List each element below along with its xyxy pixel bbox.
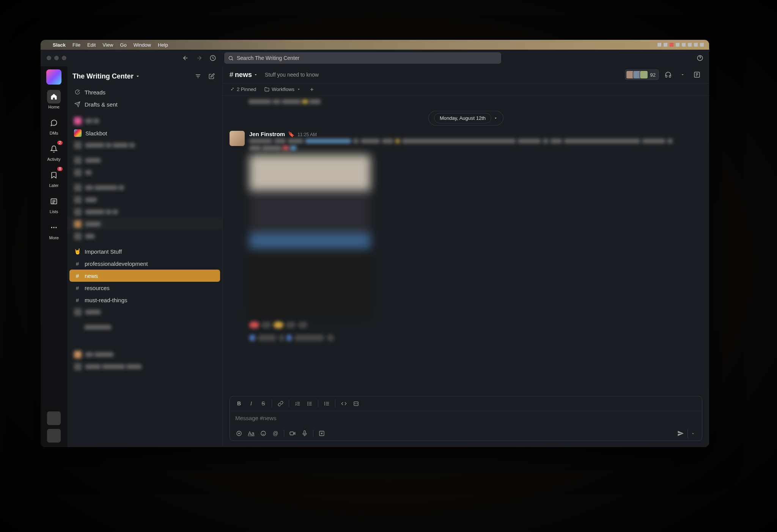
message-author[interactable]: Jen Finstrom bbox=[249, 131, 285, 137]
search-input[interactable]: Search The Writing Center bbox=[224, 52, 501, 64]
activity-badge: 2 bbox=[57, 141, 63, 145]
add-shortcut-button[interactable] bbox=[309, 87, 315, 92]
format-link[interactable] bbox=[275, 399, 286, 408]
composer-emoji[interactable] bbox=[258, 428, 269, 438]
plus-icon bbox=[309, 87, 315, 92]
topbar: Search The Writing Center bbox=[41, 50, 709, 66]
composer-input[interactable]: Message #news bbox=[230, 411, 702, 426]
composer-video[interactable] bbox=[287, 428, 298, 438]
format-codeblock[interactable] bbox=[351, 399, 361, 408]
help-button[interactable] bbox=[695, 53, 705, 63]
message-time[interactable]: 11:25 AM bbox=[297, 132, 317, 137]
rail-user-2[interactable] bbox=[47, 429, 61, 443]
format-italic[interactable]: I bbox=[246, 399, 256, 408]
workspace-name-button[interactable]: The Writing Center bbox=[72, 72, 140, 80]
sidebar-blurred-item[interactable] bbox=[67, 194, 222, 206]
format-bold[interactable]: B bbox=[234, 399, 244, 408]
date-divider[interactable]: Monday, August 12th bbox=[230, 111, 702, 126]
sidebar-slackbot[interactable]: Slackbot bbox=[67, 127, 222, 139]
channel-name: news bbox=[235, 71, 252, 79]
send-options[interactable] bbox=[687, 428, 698, 438]
canvas-button[interactable] bbox=[692, 69, 702, 80]
sidebar-blurred-item[interactable] bbox=[67, 230, 222, 242]
format-ol[interactable] bbox=[292, 399, 303, 408]
rail-dms[interactable]: DMs bbox=[41, 115, 67, 137]
menu-edit[interactable]: Edit bbox=[87, 42, 96, 48]
composer-format-toggle[interactable]: Aa bbox=[246, 428, 256, 438]
svg-point-5 bbox=[53, 227, 54, 228]
sidebar-blurred-item[interactable] bbox=[67, 206, 222, 218]
sidebar-channel-resources[interactable]: #resources bbox=[67, 282, 222, 294]
sidebar-drafts[interactable]: Drafts & sent bbox=[67, 98, 222, 110]
workflows-button[interactable]: Workflows bbox=[264, 86, 301, 92]
sidebar-blurred-item[interactable] bbox=[67, 182, 222, 194]
message-reactions[interactable] bbox=[249, 322, 702, 328]
huddle-dropdown[interactable] bbox=[677, 69, 688, 80]
search-placeholder: Search The Writing Center bbox=[237, 55, 299, 61]
rail-label: Later bbox=[49, 183, 58, 188]
rail-later[interactable]: 8 Later bbox=[41, 167, 67, 189]
huddle-button[interactable] bbox=[663, 69, 673, 80]
search-icon bbox=[228, 55, 234, 61]
menu-window[interactable]: Window bbox=[134, 42, 151, 48]
rail-user-1[interactable] bbox=[47, 411, 61, 425]
nav-back-button[interactable] bbox=[180, 53, 191, 63]
sidebar-blurred-item[interactable] bbox=[67, 348, 222, 361]
composer-add[interactable] bbox=[234, 428, 244, 438]
sidebar-blurred-item[interactable] bbox=[67, 321, 222, 333]
menu-view[interactable]: View bbox=[102, 42, 113, 48]
channel-topic[interactable]: Stuff you need to know bbox=[265, 72, 319, 78]
rail-label: More bbox=[49, 235, 58, 240]
sidebar-blurred-item[interactable] bbox=[67, 139, 222, 151]
sidebar-blurred-item[interactable] bbox=[67, 115, 222, 127]
menu-app[interactable]: Slack bbox=[53, 42, 66, 48]
sidebar-channel-news[interactable]: #news bbox=[69, 270, 220, 282]
menu-help[interactable]: Help bbox=[158, 42, 168, 48]
filter-button[interactable] bbox=[193, 71, 203, 82]
channel-name-button[interactable]: # news bbox=[230, 71, 258, 79]
composer-shortcut[interactable] bbox=[316, 428, 327, 438]
rail-activity[interactable]: 2 Activity bbox=[41, 141, 67, 163]
message-avatar[interactable] bbox=[230, 131, 245, 146]
sidebar-blurred-item[interactable] bbox=[67, 306, 222, 318]
sidebar-blurred-item[interactable] bbox=[67, 218, 222, 230]
menu-file[interactable]: File bbox=[72, 42, 80, 48]
pinned-button[interactable]: 2 Pinned bbox=[230, 86, 256, 92]
message-composer: B I S Message #news Aa bbox=[230, 396, 702, 441]
svg-point-2 bbox=[697, 55, 703, 61]
send-button[interactable] bbox=[675, 428, 686, 438]
rail-lists[interactable]: Lists bbox=[41, 193, 67, 215]
sidebar-blurred-item[interactable] bbox=[67, 361, 222, 373]
format-code[interactable] bbox=[338, 399, 349, 408]
message-attachment-image[interactable] bbox=[249, 155, 371, 318]
history-button[interactable] bbox=[208, 53, 218, 63]
sidebar-channel-professionaldevelopment[interactable]: #professionaldevelopment bbox=[67, 257, 222, 270]
format-ul[interactable] bbox=[304, 399, 315, 408]
sidebar-channel-mustread[interactable]: #must-read-things bbox=[67, 294, 222, 306]
later-badge: 8 bbox=[57, 167, 63, 171]
rail-home[interactable]: Home bbox=[41, 88, 67, 111]
menu-go[interactable]: Go bbox=[120, 42, 126, 48]
composer-mention[interactable]: @ bbox=[270, 428, 281, 438]
compose-button[interactable] bbox=[206, 71, 217, 82]
format-quote[interactable] bbox=[321, 399, 332, 408]
message-list[interactable]: Monday, August 12th Jen Finstrom 🔖 11:25… bbox=[223, 96, 709, 392]
sidebar-channel-important[interactable]: 🤘Important Stuff bbox=[67, 245, 222, 257]
pinned-label: 2 Pinned bbox=[237, 86, 256, 92]
format-strike[interactable]: S bbox=[258, 399, 269, 408]
channel-members-button[interactable]: 92 bbox=[625, 69, 659, 80]
pin-icon bbox=[230, 87, 234, 92]
composer-audio[interactable] bbox=[299, 428, 310, 438]
sidebar-blurred-item[interactable] bbox=[67, 166, 222, 179]
svg-point-23 bbox=[261, 431, 266, 436]
sidebar-item-label: news bbox=[85, 273, 98, 279]
rail-more[interactable]: More bbox=[41, 219, 67, 242]
workspace-rail: Home DMs 2 Activity 8 Later Lists bbox=[41, 66, 67, 447]
workspace-icon[interactable] bbox=[46, 69, 61, 85]
sidebar-threads[interactable]: Threads bbox=[67, 86, 222, 98]
slack-window: Slack File Edit View Go Window Help Sear… bbox=[41, 40, 709, 447]
sidebar-blurred-item[interactable] bbox=[67, 154, 222, 166]
window-controls[interactable] bbox=[47, 56, 66, 60]
nav-forward-button[interactable] bbox=[194, 53, 204, 63]
chevron-down-icon bbox=[494, 116, 498, 120]
